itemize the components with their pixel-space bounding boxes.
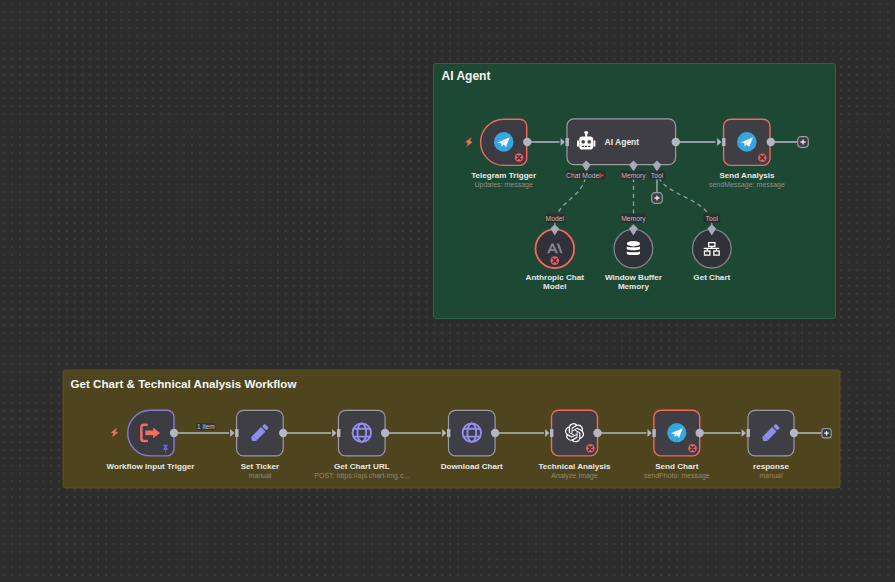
svg-text:Tool: Tool (651, 172, 664, 179)
svg-text:Download Chart: Download Chart (441, 462, 503, 471)
svg-text:Model: Model (546, 215, 565, 222)
svg-text:Memory: Memory (621, 172, 646, 180)
svg-text:Send Analysis: Send Analysis (719, 171, 775, 180)
svg-text:manual: manual (760, 472, 783, 479)
svg-text:AI Agent: AI Agent (442, 69, 491, 83)
svg-text:Telegram Trigger: Telegram Trigger (471, 171, 537, 180)
svg-text:Anthropic Chat: Anthropic Chat (526, 273, 585, 282)
svg-text:Get Chart: Get Chart (693, 273, 730, 282)
svg-text:Get Chart URL: Get Chart URL (334, 462, 390, 471)
svg-text:response: response (753, 462, 789, 471)
svg-text:Analyze Image: Analyze Image (551, 472, 597, 480)
svg-text:Window Buffer: Window Buffer (605, 273, 663, 282)
svg-text:sendMessage: message: sendMessage: message (709, 181, 785, 189)
svg-text:Memory: Memory (618, 282, 650, 291)
svg-text:Tool: Tool (706, 215, 719, 222)
svg-text:Set Ticker: Set Ticker (241, 462, 280, 471)
svg-text:Workflow Input Trigger: Workflow Input Trigger (107, 462, 196, 471)
svg-text:AI Agent: AI Agent (605, 137, 640, 147)
svg-text:sendPhoto: message: sendPhoto: message (644, 472, 710, 480)
svg-text:Send Chart: Send Chart (655, 462, 698, 471)
svg-text:POST: https://api.chart-img.c.: POST: https://api.chart-img.c... (314, 472, 409, 480)
svg-text:Technical Analysis: Technical Analysis (539, 462, 611, 471)
svg-text:*: * (600, 172, 603, 181)
svg-text:Get Chart & Technical Analysis: Get Chart & Technical Analysis Workflow (71, 377, 298, 390)
svg-text:manual: manual (248, 472, 271, 479)
svg-text:Updates: message: Updates: message (475, 181, 533, 189)
svg-text:Chat Model: Chat Model (566, 172, 601, 179)
svg-text:1 item: 1 item (197, 423, 215, 430)
svg-text:Memory: Memory (621, 215, 646, 223)
svg-text:Model: Model (543, 282, 566, 291)
